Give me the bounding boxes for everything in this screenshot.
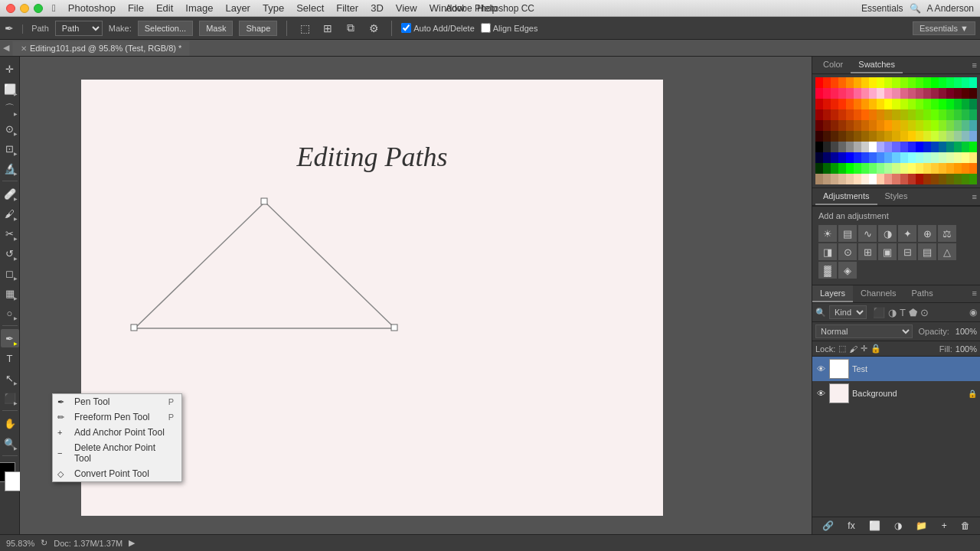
swatch-item[interactable]	[962, 163, 969, 174]
swatch-item[interactable]	[916, 99, 923, 109]
layer-test-row[interactable]: 👁 Test	[812, 357, 980, 381]
swatch-item[interactable]	[923, 163, 931, 174]
swatch-item[interactable]	[969, 163, 977, 174]
swatch-item[interactable]	[869, 163, 877, 174]
smart-object-icon[interactable]: ⊙	[920, 307, 929, 318]
swatch-item[interactable]	[923, 109, 931, 120]
swatch-item[interactable]	[877, 99, 884, 109]
swatch-item[interactable]	[884, 120, 892, 131]
stamp-tool[interactable]: ✂▶	[1, 224, 19, 243]
swatch-item[interactable]	[869, 174, 877, 184]
swatch-item[interactable]	[884, 142, 892, 152]
freeform-pen-tool-menu-item[interactable]: ✏ Freeform Pen Tool P	[53, 409, 181, 425]
swatch-item[interactable]	[823, 163, 831, 174]
swatch-item[interactable]	[838, 163, 846, 174]
swatch-item[interactable]	[823, 120, 831, 131]
swatch-item[interactable]	[939, 88, 946, 99]
menu-file[interactable]: File	[122, 2, 150, 14]
swatch-item[interactable]	[954, 88, 962, 99]
swatch-item[interactable]	[939, 174, 946, 184]
swatch-item[interactable]	[861, 109, 869, 120]
swatch-item[interactable]	[823, 174, 831, 184]
align-edges-checkbox[interactable]	[481, 23, 491, 33]
swatch-item[interactable]	[815, 109, 823, 120]
channel-mixer-icon[interactable]: ⊞	[858, 243, 877, 260]
swatch-item[interactable]	[954, 120, 962, 131]
search-icon[interactable]: 🔍	[910, 3, 921, 14]
swatch-item[interactable]	[815, 99, 823, 109]
color-balance-icon[interactable]: ⚖	[938, 225, 956, 242]
menu-3d[interactable]: 3D	[364, 2, 390, 14]
swatch-item[interactable]	[854, 163, 861, 174]
swatch-item[interactable]	[900, 88, 908, 99]
swatch-item[interactable]	[954, 131, 962, 142]
swatch-item[interactable]	[969, 142, 977, 152]
tab-close-icon[interactable]: ✕	[21, 44, 27, 53]
swatch-item[interactable]	[846, 174, 854, 184]
swatch-item[interactable]	[831, 174, 838, 184]
swatch-item[interactable]	[831, 152, 838, 163]
swatch-item[interactable]	[884, 131, 892, 142]
maximize-button[interactable]	[34, 4, 43, 13]
swatch-item[interactable]	[838, 120, 846, 131]
swatch-item[interactable]	[892, 152, 900, 163]
swatch-item[interactable]	[946, 152, 954, 163]
swatch-item[interactable]	[946, 120, 954, 131]
swatch-item[interactable]	[838, 77, 846, 88]
convert-point-menu-item[interactable]: ◇ Convert Point Tool	[53, 466, 181, 481]
swatch-item[interactable]	[946, 77, 954, 88]
menu-edit[interactable]: Edit	[150, 2, 179, 14]
swatch-item[interactable]	[877, 109, 884, 120]
swatch-item[interactable]	[962, 120, 969, 131]
add-effect-button[interactable]: fx	[848, 520, 854, 531]
swatch-item[interactable]	[854, 120, 861, 131]
layer-test-visibility[interactable]: 👁	[815, 364, 826, 374]
styles-tab[interactable]: Styles	[877, 188, 916, 205]
swatch-item[interactable]	[916, 142, 923, 152]
swatch-item[interactable]	[854, 77, 861, 88]
swatch-item[interactable]	[969, 88, 977, 99]
swatch-item[interactable]	[962, 131, 969, 142]
swatch-item[interactable]	[923, 99, 931, 109]
swatch-item[interactable]	[931, 109, 939, 120]
swatch-item[interactable]	[923, 77, 931, 88]
swatch-item[interactable]	[908, 142, 916, 152]
swatch-item[interactable]	[877, 152, 884, 163]
rectangular-marquee-tool[interactable]: ⬜▶	[1, 80, 19, 98]
swatch-item[interactable]	[962, 142, 969, 152]
swatch-item[interactable]	[923, 131, 931, 142]
swatch-item[interactable]	[939, 109, 946, 120]
exposure-icon[interactable]: ◑	[878, 225, 897, 242]
swatch-item[interactable]	[969, 109, 977, 120]
swatch-item[interactable]	[900, 109, 908, 120]
swatch-item[interactable]	[815, 77, 823, 88]
quick-selection-tool[interactable]: ⊙▶	[1, 119, 19, 138]
swatch-item[interactable]	[962, 99, 969, 109]
menu-select[interactable]: Select	[290, 2, 330, 14]
swatch-item[interactable]	[923, 142, 931, 152]
swatch-item[interactable]	[838, 109, 846, 120]
swatch-item[interactable]	[900, 99, 908, 109]
swatch-item[interactable]	[954, 77, 962, 88]
swatch-item[interactable]	[861, 163, 869, 174]
swatch-item[interactable]	[838, 131, 846, 142]
swatch-item[interactable]	[939, 77, 946, 88]
swatch-item[interactable]	[861, 152, 869, 163]
swatch-item[interactable]	[939, 142, 946, 152]
swatch-item[interactable]	[954, 99, 962, 109]
swatch-item[interactable]	[869, 131, 877, 142]
swatch-item[interactable]	[962, 77, 969, 88]
menu-app[interactable]: Photoshop	[62, 2, 122, 14]
swatch-item[interactable]	[908, 131, 916, 142]
swatch-item[interactable]	[931, 88, 939, 99]
document-tab[interactable]: ✕ Editing101.psd @ 95.8% (Test, RGB/8) *	[12, 41, 190, 56]
brightness-contrast-icon[interactable]: ☀	[818, 225, 837, 242]
lock-position-icon[interactable]: ✛	[861, 344, 867, 354]
swatch-item[interactable]	[815, 120, 823, 131]
swatch-item[interactable]	[900, 152, 908, 163]
swatch-item[interactable]	[838, 174, 846, 184]
swatch-item[interactable]	[854, 152, 861, 163]
swatch-item[interactable]	[916, 109, 923, 120]
swatch-item[interactable]	[846, 142, 854, 152]
swatch-item[interactable]	[869, 99, 877, 109]
